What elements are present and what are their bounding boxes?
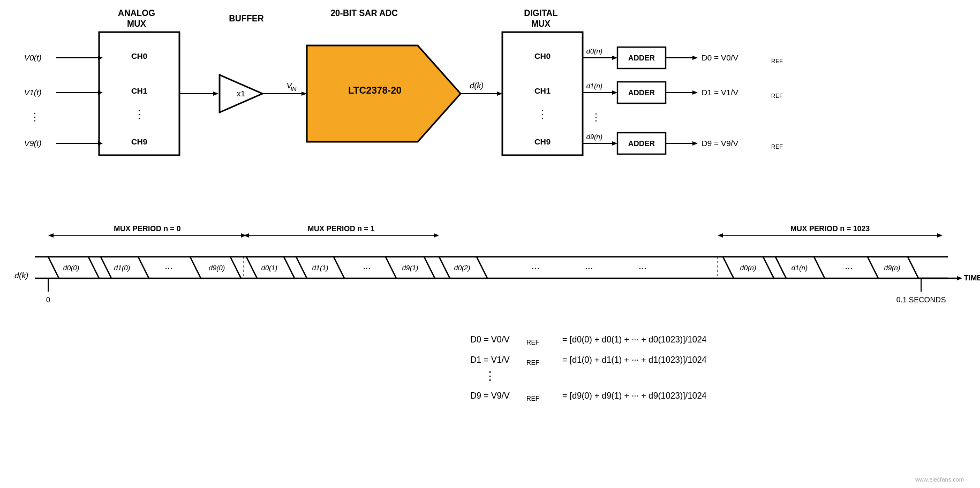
middle-dots1: ··· — [531, 263, 539, 273]
dmux-dots: ⋮ — [537, 108, 548, 120]
vin-sub: IN — [291, 86, 297, 92]
formula-d9-ref: REF — [526, 395, 539, 402]
watermark: www.elecfans.com — [915, 476, 964, 483]
analog-mux-label2: MUX — [127, 19, 146, 28]
analog-mux-label: ANALOG — [118, 9, 155, 18]
v1-signal: V1(t) — [24, 88, 42, 97]
dk-label: d(k) — [470, 81, 484, 90]
d9n-label: d9(n) — [586, 133, 602, 141]
period0-label: MUX PERIOD n = 0 — [114, 224, 181, 233]
slot-d9-n-label: d9(n) — [884, 264, 900, 272]
ch-dots: ⋮ — [134, 108, 145, 120]
d1-output-label: D1 = V1/V — [702, 88, 738, 97]
slot-d9-0-label: d9(0) — [209, 264, 225, 272]
adder1-out-arrow — [692, 90, 698, 95]
d1-ref-sub: REF — [771, 93, 783, 99]
period0-dots: ··· — [164, 263, 172, 273]
adder0-label: ADDER — [628, 54, 655, 62]
dmux-d0-arrow — [612, 56, 617, 60]
digital-mux-label2: MUX — [531, 19, 551, 28]
timeline-arrow — [957, 276, 962, 280]
period1-right-arrow — [434, 233, 439, 238]
slot-d0-0-label: d0(0) — [63, 264, 79, 272]
d0-output-label: D0 = V0/V — [702, 53, 738, 62]
period1023-label: MUX PERIOD n = 1023 — [790, 224, 870, 233]
period0-left-arrow — [48, 233, 54, 238]
t-end-label: 0.1 SECONDS — [896, 295, 946, 304]
signal-dots: ⋮ — [29, 111, 40, 123]
formula-d1-ref: REF — [526, 359, 539, 367]
formula-d9-eq: = [d9(0) + d9(1) + ··· + d9(1023)]/1024 — [562, 391, 707, 400]
adder2-out-arrow — [692, 141, 698, 146]
time-label: TIME — [964, 273, 980, 282]
dmux-ch0: CH0 — [534, 51, 551, 60]
dmux-out-dots: ⋮ — [591, 112, 601, 123]
slot-d9-1-label: d9(1) — [402, 264, 418, 272]
timing-dk-label: d(k) — [14, 271, 28, 280]
period1-left-arrow — [244, 233, 249, 238]
v0-signal: V0(t) — [24, 53, 42, 62]
formula-d0: D0 = V0/V — [470, 335, 510, 344]
adc-chip-label: LTC2378-20 — [348, 85, 402, 96]
slot-d1-n-label: d1(n) — [791, 264, 808, 272]
ch0-label: CH0 — [131, 51, 147, 60]
dmux-ch1: CH1 — [534, 86, 551, 95]
slot-d0-n-label: d0(n) — [740, 264, 756, 272]
formula-d9: D9 = V9/V — [470, 391, 510, 400]
d1n-label: d1(n) — [586, 82, 602, 90]
dmux-d1-arrow — [612, 90, 617, 95]
digital-mux-label1: DIGITAL — [524, 9, 558, 18]
main-diagram: ANALOG MUX CH0 CH1 ⋮ CH9 V0(t) V1(t) ⋮ V… — [0, 0, 980, 488]
period1023-right-arrow — [937, 233, 943, 238]
period1023-left-arrow — [718, 233, 723, 238]
diagram-svg: ANALOG MUX CH0 CH1 ⋮ CH9 V0(t) V1(t) ⋮ V… — [0, 0, 980, 488]
middle-dots3: ··· — [638, 263, 646, 273]
middle-dots2: ··· — [585, 263, 593, 273]
v9-signal: V9(t) — [24, 139, 42, 148]
d9-output-label: D9 = V9/V — [702, 139, 738, 148]
periodn-dots: ··· — [845, 263, 853, 273]
adc-label: 20-BIT SAR ADC — [330, 9, 398, 18]
t-zero-label: 0 — [46, 295, 50, 304]
ch9-label: CH9 — [131, 137, 147, 146]
dmux-d9-arrow — [612, 141, 617, 146]
ch1-label: CH1 — [131, 86, 147, 95]
period1-label: MUX PERIOD n = 1 — [308, 224, 375, 233]
formula-d1-eq: = [d1(0) + d1(1) + ··· + d1(1023)]/1024 — [562, 355, 707, 364]
formula-dots: ⋮ — [484, 369, 496, 383]
slot-d0-2-label: d0(2) — [454, 264, 470, 272]
adder1-label: ADDER — [628, 88, 655, 97]
buffer-label: BUFFER — [229, 14, 264, 23]
formula-d0-ref: REF — [526, 339, 539, 346]
period1-dots: ··· — [363, 263, 371, 273]
slot-d1-0-label: d1(0) — [114, 264, 130, 272]
d9-ref-sub: REF — [771, 143, 783, 150]
adder2-label: ADDER — [628, 139, 655, 148]
adder0-out-arrow — [692, 56, 698, 60]
formula-d0-eq: = [d0(0) + d0(1) + ··· + d0(1023)]/1024 — [562, 335, 707, 344]
slot-d1-1-label: d1(1) — [312, 264, 328, 272]
d0-ref-sub: REF — [771, 58, 783, 64]
formula-d1: D1 = V1/V — [470, 355, 510, 364]
slot-d0-1-label: d0(1) — [261, 264, 277, 272]
d0n-label: d0(n) — [586, 47, 602, 55]
mux-to-buffer-arrow — [213, 92, 218, 96]
dmux-ch9: CH9 — [534, 137, 551, 146]
buffer-gain: x1 — [237, 89, 245, 98]
